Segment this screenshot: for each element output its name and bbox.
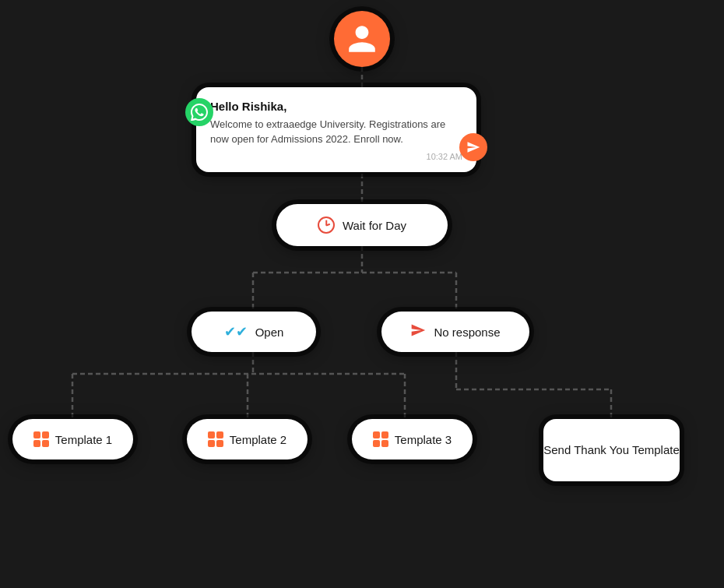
message-greeting: Hello Rishika, [210,100,286,113]
template3-grid-icon [373,431,388,447]
whatsapp-icon [185,98,213,126]
message-body: Welcome to extraaedge University. Regist… [210,118,462,147]
template3-label: Template 3 [395,433,452,446]
template2-grid-icon [208,431,223,447]
avatar-node[interactable] [334,11,390,67]
template1-label: Template 1 [55,433,112,446]
no-response-icon [410,322,426,342]
open-label: Open [255,326,284,339]
thankyou-node[interactable]: Send Thank You Template [543,419,680,481]
person-icon [346,23,378,55]
no-response-label: No response [434,326,500,339]
workflow-canvas: Hello Rishika, Welcome to extraaedge Uni… [0,0,724,588]
template2-label: Template 2 [230,433,286,446]
wait-day-node[interactable]: Wait for Day [276,204,448,246]
template1-grid-icon [33,431,49,447]
message-node[interactable]: Hello Rishika, Welcome to extraaedge Uni… [196,87,476,172]
thankyou-label: Send Thank You Template [543,442,680,458]
no-response-node[interactable]: No response [381,312,529,352]
template3-node[interactable]: Template 3 [352,419,473,459]
wait-label: Wait for Day [343,219,406,232]
send-button[interactable] [459,133,487,161]
check-icon: ✔✔ [224,323,248,340]
message-time: 10:32 AM [427,152,462,161]
open-node[interactable]: ✔✔ Open [192,312,316,352]
template2-node[interactable]: Template 2 [187,419,308,459]
clock-icon [318,217,335,234]
template1-node[interactable]: Template 1 [12,419,133,459]
